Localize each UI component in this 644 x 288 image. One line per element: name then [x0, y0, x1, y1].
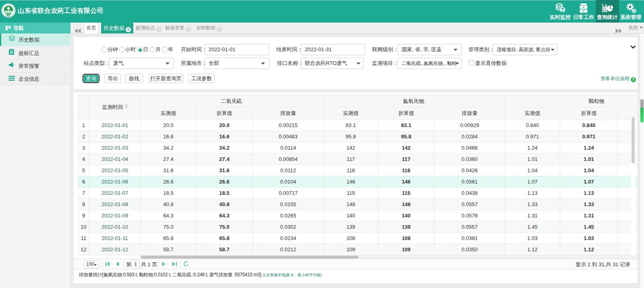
svg-text:MEE: MEE	[6, 15, 10, 17]
